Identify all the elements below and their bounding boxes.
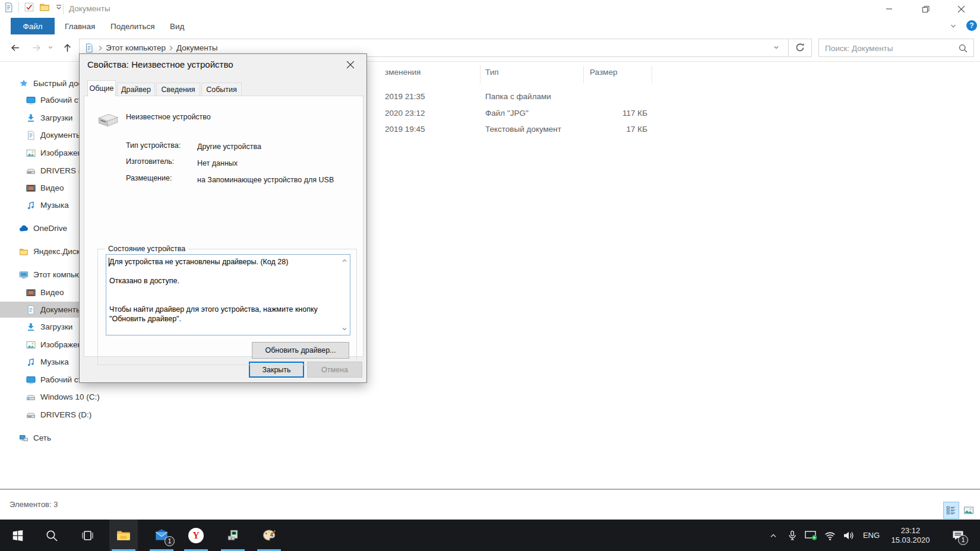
update-driver-button[interactable]: Обновить драйвер... xyxy=(252,342,349,359)
paint-icon[interactable] xyxy=(255,520,283,551)
desktop-screen: Документы Файл Главная Поделиться Вид ? xyxy=(0,0,980,551)
volume-icon[interactable] xyxy=(840,520,858,551)
tab-home[interactable]: Главная xyxy=(56,18,103,34)
dialog-tab-general[interactable]: Общие xyxy=(87,80,116,96)
tray-chevron-up-icon[interactable] xyxy=(765,520,782,551)
property-label-manufacturer: Изготовитель: xyxy=(126,157,174,166)
explorer-statusbar: Элементов: 3 xyxy=(0,490,980,520)
microphone-icon[interactable] xyxy=(784,520,801,551)
dialog-close-icon[interactable] xyxy=(339,56,362,73)
yandex-disk-folder-icon xyxy=(19,247,29,256)
mail-icon[interactable]: 1 xyxy=(147,520,176,551)
details-view-icon[interactable] xyxy=(943,502,959,519)
ribbon-tab-strip: Файл Главная Поделиться Вид ? xyxy=(0,18,980,35)
device-status-textbox[interactable]: Для устройства не установлены драйверы. … xyxy=(106,254,350,335)
address-dropdown-icon[interactable] xyxy=(772,43,780,52)
pictures-icon xyxy=(26,148,36,158)
forward-icon[interactable] xyxy=(27,39,45,56)
property-value-location: на Запоминающее устройство для USB xyxy=(197,176,334,184)
language-indicator[interactable]: ENG xyxy=(860,520,883,551)
clock-date: 15.03.2020 xyxy=(891,536,930,545)
downloads-icon xyxy=(26,322,36,332)
qat-new-folder-icon[interactable] xyxy=(39,2,50,12)
cell-type: Папка с файлами xyxy=(485,92,551,101)
column-header-type[interactable]: Тип xyxy=(485,68,499,77)
desktop-icon xyxy=(26,375,36,385)
network-icon xyxy=(19,433,29,443)
videos-icon xyxy=(26,288,36,297)
ribbon-collapse-icon[interactable] xyxy=(949,21,958,31)
explorer-window-icon xyxy=(4,2,14,12)
items-count: Элементов: 3 xyxy=(10,500,58,509)
drive-icon xyxy=(26,166,36,176)
display-battery-icon[interactable] xyxy=(802,520,820,551)
dialog-tab-details[interactable]: Сведения xyxy=(156,83,200,96)
quick-access-star-icon xyxy=(19,79,29,88)
sidebar-item-drivers-drive-pc[interactable]: DRIVERS (D:) xyxy=(0,407,178,423)
wifi-icon[interactable] xyxy=(821,520,838,551)
recent-locations-icon[interactable] xyxy=(44,39,57,56)
column-divider[interactable] xyxy=(480,65,480,83)
property-value-manufacturer: Нет данных xyxy=(197,159,238,167)
qat-properties-icon[interactable] xyxy=(24,2,34,12)
device-status-group-title: Состояние устройства xyxy=(105,245,188,253)
device-manager-icon[interactable] xyxy=(219,520,247,551)
cell-date: 2019 21:35 xyxy=(385,92,425,101)
column-header-size[interactable]: Размер xyxy=(590,68,617,77)
close-window-button[interactable] xyxy=(947,0,975,18)
sidebar-item-windows-drive[interactable]: Windows 10 (C:) xyxy=(0,389,178,405)
device-properties-dialog: Свойства: Неизвестное устройство Общие Д… xyxy=(79,53,367,383)
notification-badge: 1 xyxy=(958,535,968,545)
task-view-icon[interactable] xyxy=(73,520,102,551)
search-icon[interactable] xyxy=(958,43,968,53)
address-refresh-divider xyxy=(788,39,789,56)
dialog-tab-page: Неизвестное устройство Тип устройства: Д… xyxy=(84,96,363,357)
sidebar-item-network[interactable]: Сеть xyxy=(0,430,171,446)
qat-separator xyxy=(18,2,19,12)
dialog-title: Свойства: Неизвестное устройство xyxy=(87,59,233,69)
column-divider[interactable] xyxy=(583,65,584,83)
tab-file[interactable]: Файл xyxy=(11,18,55,34)
back-icon[interactable] xyxy=(6,39,24,56)
status-line: Для устройства не установлены драйверы. … xyxy=(106,257,350,267)
dialog-tab-driver[interactable]: Драйвер xyxy=(117,83,155,96)
tab-share[interactable]: Поделиться xyxy=(102,18,163,34)
search-input[interactable] xyxy=(824,40,951,56)
windows-drive-icon xyxy=(26,392,36,402)
cell-size: 17 КБ xyxy=(576,125,647,134)
tab-view[interactable]: Вид xyxy=(162,18,192,34)
drive-icon xyxy=(26,410,36,420)
help-icon[interactable]: ? xyxy=(966,20,977,31)
device-status-groupbox: Состояние устройства Для устройства не у… xyxy=(97,249,357,365)
customize-quick-access-icon[interactable] xyxy=(55,3,63,11)
file-explorer-icon[interactable] xyxy=(109,520,138,551)
breadcrumb-this-pc[interactable]: Этот компьютер xyxy=(103,43,168,52)
status-line: Чтобы найти драйвер для этого устройства… xyxy=(106,305,350,324)
notifications-icon[interactable]: 1 xyxy=(946,520,970,551)
up-icon[interactable] xyxy=(58,39,76,56)
scroll-up-icon[interactable] xyxy=(341,257,348,264)
scroll-down-icon[interactable] xyxy=(341,325,348,332)
search-taskbar-icon[interactable] xyxy=(37,520,66,551)
start-icon[interactable] xyxy=(4,520,32,551)
thumbnails-view-icon[interactable] xyxy=(960,502,976,519)
clock[interactable]: 23:12 15.03.2020 xyxy=(885,520,936,551)
column-divider[interactable] xyxy=(652,65,652,83)
desktop-icon xyxy=(26,96,36,105)
breadcrumb-separator-icon xyxy=(97,45,103,51)
column-header-date-modified[interactable]: зменения xyxy=(385,68,421,77)
status-line: Отказано в доступе. xyxy=(106,276,350,286)
window-title: Документы xyxy=(69,4,110,13)
restore-button[interactable] xyxy=(912,0,939,18)
breadcrumb-documents[interactable]: Документы xyxy=(174,43,220,52)
cell-size: 117 КБ xyxy=(576,109,647,118)
explorer-titlebar: Документы xyxy=(0,0,980,18)
pictures-icon xyxy=(26,340,36,350)
dialog-tab-events[interactable]: События xyxy=(201,83,242,96)
yandex-browser-icon[interactable]: Y xyxy=(182,520,210,551)
documents-icon xyxy=(26,131,36,140)
refresh-icon[interactable] xyxy=(795,42,805,53)
videos-icon xyxy=(26,183,36,193)
minimize-button[interactable] xyxy=(875,0,903,18)
cell-type: Файл "JPG" xyxy=(485,109,529,118)
